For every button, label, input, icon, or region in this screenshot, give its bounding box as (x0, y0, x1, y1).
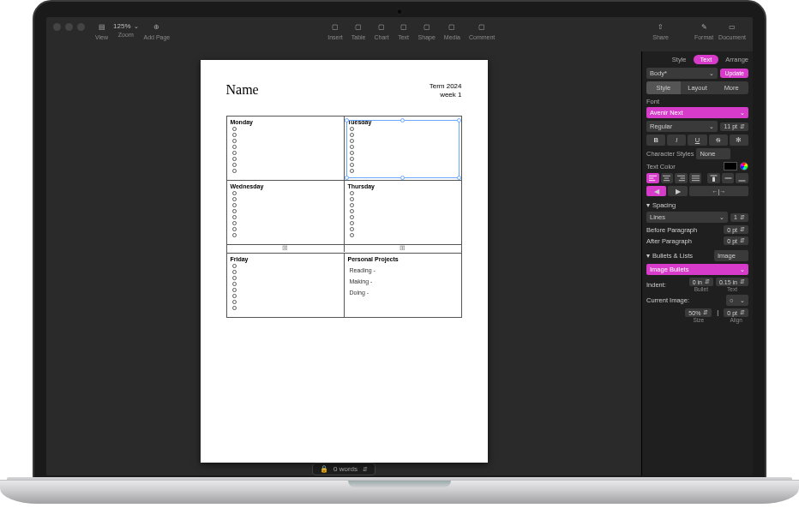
indent-label: Indent: (646, 281, 666, 289)
zoom-menu[interactable]: 125%⌄ Zoom (113, 21, 138, 38)
column-handle[interactable]: ⊞ (227, 245, 344, 252)
tab-text[interactable]: Text (694, 55, 719, 64)
share-icon: ⇧ (655, 21, 667, 33)
text-segmented[interactable]: Style Layout More (646, 81, 748, 94)
text-button[interactable]: ▢Text (398, 21, 410, 40)
text-color-label: Text Color (646, 163, 676, 170)
text-color-swatch[interactable] (724, 162, 737, 170)
project-making[interactable]: Making - (350, 278, 458, 284)
text-icon: ▢ (398, 21, 410, 33)
image-bullets-select[interactable]: Image Bullets⌄ (646, 264, 748, 275)
page-term: Term 2024 week 1 (430, 82, 462, 100)
cell-tuesday[interactable]: Tuesday (344, 117, 461, 180)
after-para-stepper[interactable]: 0 pt⇵ (724, 236, 748, 245)
traffic-max[interactable] (77, 23, 85, 31)
seg-layout[interactable]: Layout (681, 81, 715, 94)
chevron-up-down-icon: ⇵ (363, 466, 368, 473)
planner-table[interactable]: Monday Tuesday (226, 116, 462, 318)
align-right[interactable] (675, 173, 688, 183)
line-spacing-select[interactable]: Lines⌄ (646, 212, 728, 223)
add-page-icon: ⊕ (151, 21, 163, 33)
spacing-section[interactable]: ▾Spacing (646, 201, 748, 209)
valign-middle[interactable] (722, 173, 735, 183)
after-para-label: After Paragraph (646, 237, 692, 245)
column-handle[interactable]: ⊞ (344, 245, 461, 252)
insert-icon: ▢ (329, 21, 341, 33)
valign-bottom[interactable] (736, 173, 748, 183)
day-heading: Tuesday (348, 119, 458, 125)
line-spacing-stepper[interactable]: 1⇵ (730, 213, 748, 222)
cell-friday[interactable]: Friday (227, 254, 344, 317)
shape-button[interactable]: ▢Shape (418, 21, 436, 40)
cell-monday[interactable]: Monday (227, 117, 344, 180)
media-icon: ▢ (446, 21, 458, 33)
format-inspector: Style Text Arrange Body*⌄ Update Style L… (641, 51, 753, 475)
font-label: Font (646, 98, 748, 105)
seg-more[interactable]: More (714, 81, 748, 94)
document-button[interactable]: ▭ Document (718, 21, 746, 40)
text-fx-button[interactable]: ✻ (730, 134, 748, 146)
bullets-section[interactable]: Bullets & Lists (652, 252, 693, 260)
bullet-align-stepper[interactable]: 0 pt⇵ (724, 308, 748, 317)
valign-top[interactable] (707, 173, 720, 183)
document-icon: ▭ (726, 21, 738, 33)
day-heading: Personal Projects (348, 256, 458, 262)
chart-button[interactable]: ▢Chart (374, 21, 388, 40)
document-page[interactable]: Name Term 2024 week 1 Monday (201, 60, 488, 463)
underline-button[interactable]: U (688, 134, 706, 146)
cell-wednesday[interactable]: Wednesday (227, 181, 344, 244)
day-heading: Wednesday (231, 183, 340, 189)
word-count[interactable]: 🔒 0 words ⇵ (312, 463, 375, 475)
page-name-field[interactable]: Name (226, 82, 259, 98)
traffic-min[interactable] (65, 23, 73, 31)
strike-button[interactable]: S (709, 134, 728, 146)
seg-style[interactable]: Style (646, 81, 681, 94)
table-icon: ▢ (352, 21, 364, 33)
color-wheel-icon[interactable] (740, 162, 748, 170)
align-left[interactable] (646, 173, 659, 183)
lock-icon: 🔒 (320, 465, 328, 473)
table-button[interactable]: ▢Table (351, 21, 366, 40)
day-heading: Thursday (348, 183, 458, 189)
day-heading: Monday (231, 119, 340, 125)
window-controls[interactable] (53, 23, 85, 31)
tab-style[interactable]: Style (672, 56, 687, 63)
insert-button[interactable]: ▢Insert (327, 21, 343, 40)
camera-dot (397, 9, 403, 15)
font-size-stepper[interactable]: 11 pt⇵ (720, 123, 748, 131)
update-button[interactable]: Update (720, 69, 748, 78)
text-indent-stepper[interactable]: 0.15 in⇵ (716, 278, 748, 286)
media-button[interactable]: ▢Media (444, 21, 460, 40)
indent-increase[interactable]: ▶ (668, 186, 688, 196)
traffic-close[interactable] (53, 23, 61, 31)
align-justify[interactable] (689, 173, 702, 183)
bullet-size-stepper[interactable]: 50%⇵ (685, 308, 712, 317)
bold-button[interactable]: B (646, 134, 665, 146)
font-family-select[interactable]: Avenir Next⌄ (646, 107, 748, 118)
shape-icon: ▢ (421, 21, 433, 33)
format-button[interactable]: ✎ Format (694, 21, 713, 40)
italic-button[interactable]: I (667, 134, 686, 146)
current-image-label: Current Image: (646, 296, 689, 304)
view-menu[interactable]: ▤ View (95, 21, 108, 40)
bullet-indent-stepper[interactable]: 0 in⇵ (689, 278, 713, 286)
toolbar-center: ▢Insert▢Table▢Chart▢Text▢Shape▢Media▢Com… (327, 21, 495, 40)
align-center[interactable] (661, 173, 674, 183)
char-style-select[interactable]: None (696, 148, 730, 159)
before-para-label: Before Paragraph (646, 226, 697, 234)
cell-thursday[interactable]: Thursday (344, 181, 461, 244)
cell-projects[interactable]: Personal Projects Reading - Making - Doi… (344, 254, 461, 317)
comment-button[interactable]: ▢Comment (469, 21, 495, 40)
bullet-image-select[interactable]: ○⌄ (726, 295, 748, 306)
paragraph-style-select[interactable]: Body*⌄ (646, 68, 718, 79)
project-doing[interactable]: Doing - (350, 290, 458, 296)
tab-arrange[interactable]: Arrange (725, 56, 748, 63)
project-reading[interactable]: Reading - (350, 267, 458, 273)
chart-icon: ▢ (375, 21, 387, 33)
font-weight-select[interactable]: Regular⌄ (646, 121, 718, 132)
bullets-style-select[interactable]: Image (714, 250, 748, 261)
before-para-stepper[interactable]: 0 pt⇵ (724, 225, 748, 234)
share-button[interactable]: ⇧ Share (652, 21, 669, 40)
indent-decrease[interactable]: ◀ (646, 186, 666, 196)
add-page-button[interactable]: ⊕ Add Page (144, 21, 171, 40)
